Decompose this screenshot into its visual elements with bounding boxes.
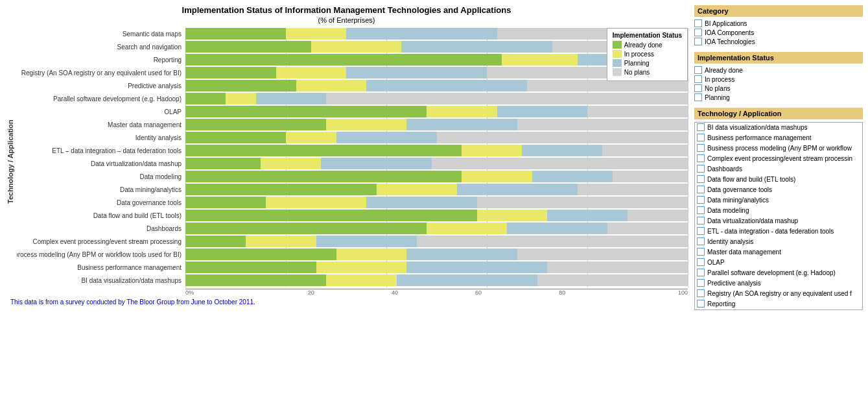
bar-row (185, 261, 688, 273)
tech-item[interactable]: Complex event processing/event stream pr… (695, 154, 862, 163)
tech-item[interactable]: Reporting (695, 299, 862, 308)
bar-segment-planning (406, 261, 547, 273)
bar-segment-no-plans (587, 106, 688, 117)
main-container: Implementation Status of Information Man… (0, 0, 868, 322)
bar-segment-already-done (185, 223, 427, 234)
bar-label: Data virtualization/data mashup (17, 158, 185, 169)
checkbox[interactable] (697, 165, 705, 173)
impl-status-item[interactable]: No plans (694, 84, 863, 92)
bar-segment-already-done (185, 158, 261, 169)
bar-segment-in-process (336, 248, 407, 260)
bar-label: Data mining/analytics (17, 184, 185, 195)
checkbox[interactable] (697, 289, 705, 297)
impl-status-item[interactable]: Already done (694, 66, 863, 74)
checkbox[interactable] (694, 19, 702, 27)
bar-segment-planning (346, 28, 497, 40)
tech-label: Data mining/analytics (707, 197, 769, 204)
bar-label: Identity analysis (17, 132, 185, 143)
category-item[interactable]: BI Applications (694, 19, 863, 27)
checkbox[interactable] (694, 38, 702, 45)
tech-item[interactable]: Identity analysis (695, 237, 862, 246)
panel-impl-status: Implementation Status Already doneIn pro… (694, 52, 863, 101)
tech-label: OLAP (707, 259, 725, 266)
bar-segment-already-done (185, 132, 286, 143)
tech-item[interactable]: Data governance tools (695, 185, 862, 194)
tech-item[interactable]: Dashboards (695, 164, 862, 173)
tech-item[interactable]: Predictive analysis (695, 278, 862, 287)
tech-label: Parallel software development (e.g. Hado… (707, 269, 836, 276)
tech-item[interactable]: Master data management (695, 247, 862, 256)
checkbox[interactable] (697, 227, 705, 235)
impl-status-item[interactable]: In process (694, 75, 863, 83)
bar-label: Dashboards (17, 223, 185, 234)
tech-label: BI data visualization/data mashups (707, 124, 808, 131)
checkbox[interactable] (697, 258, 705, 266)
bar-row (185, 223, 688, 234)
bar-segment-planning (406, 248, 517, 260)
tech-item[interactable]: Data mining/analytics (695, 195, 862, 204)
checkbox[interactable] (697, 206, 705, 214)
impl-label: Planning (705, 94, 730, 101)
checkbox[interactable] (697, 269, 705, 276)
category-item[interactable]: IOA Technologies (694, 38, 863, 45)
bar-segment-already-done (185, 197, 266, 208)
x-tick-0: 0% (185, 289, 269, 296)
legend-color-process (613, 50, 622, 58)
chart-title: Implementation Status of Information Man… (5, 5, 688, 15)
tech-item[interactable]: Business process modeling (Any BPM or wo… (695, 143, 862, 152)
tech-item[interactable]: Parallel software development (e.g. Hado… (695, 268, 862, 277)
bar-row (185, 210, 688, 221)
tech-label: Business performance management (707, 134, 812, 141)
checkbox[interactable] (697, 196, 705, 204)
labels-column: Semantic data mapsSearch and navigationR… (17, 28, 185, 287)
tech-item[interactable]: Data modeling (695, 206, 862, 215)
bar-row (185, 274, 688, 286)
bar-segment-planning (321, 158, 432, 169)
checkbox[interactable] (697, 175, 705, 183)
checkbox[interactable] (697, 300, 705, 308)
bar-segment-already-done (185, 93, 226, 104)
checkbox[interactable] (694, 29, 702, 36)
tech-item[interactable]: Data virtualization/data mashup (695, 216, 862, 225)
bar-segment-in-process (311, 41, 402, 53)
category-item[interactable]: IOA Components (694, 29, 863, 36)
bar-segment-in-process (246, 236, 316, 247)
x-tick-60: 60 (437, 289, 521, 296)
tech-item[interactable]: Data flow and build (ETL tools) (695, 175, 862, 184)
bar-label: Search and navigation (17, 41, 185, 53)
checkbox[interactable] (697, 144, 705, 152)
checkbox[interactable] (697, 279, 705, 287)
tech-label: Identity analysis (707, 238, 753, 245)
bar-segment-already-done (185, 236, 246, 247)
tech-item[interactable]: Registry (An SOA registry or any equival… (695, 289, 862, 298)
checkbox[interactable] (694, 66, 702, 74)
legend-color-planning (613, 59, 622, 67)
category-items: BI ApplicationsIOA ComponentsIOA Technol… (694, 19, 863, 45)
bar-segment-planning (401, 41, 552, 53)
checkbox[interactable] (697, 237, 705, 245)
x-tick-40: 40 (353, 289, 436, 296)
tech-item[interactable]: OLAP (695, 258, 862, 267)
bar-segment-planning (457, 184, 578, 195)
legend-label-done: Already done (624, 42, 663, 49)
bar-segment-no-plans (527, 80, 688, 91)
legend-title: Implementation Status (613, 32, 682, 39)
x-tick-80: 80 (521, 289, 604, 296)
tech-item[interactable]: ETL - data integration - data federation… (695, 226, 862, 236)
checkbox[interactable] (697, 217, 705, 224)
chart-legend: Implementation Status Already done In pr… (607, 28, 688, 81)
tech-item[interactable]: Business performance management (695, 133, 862, 142)
bar-row (185, 80, 688, 91)
impl-status-item[interactable]: Planning (694, 93, 863, 101)
checkbox[interactable] (694, 75, 702, 83)
checkbox[interactable] (697, 134, 705, 141)
checkbox[interactable] (694, 93, 702, 101)
tech-item[interactable]: BI data visualization/data mashups (695, 123, 862, 132)
checkbox[interactable] (697, 154, 705, 162)
bar-segment-in-process (286, 132, 336, 143)
bar-segment-already-done (185, 106, 427, 117)
checkbox[interactable] (697, 248, 705, 256)
checkbox[interactable] (694, 84, 702, 92)
checkbox[interactable] (697, 123, 705, 131)
checkbox[interactable] (697, 186, 705, 193)
